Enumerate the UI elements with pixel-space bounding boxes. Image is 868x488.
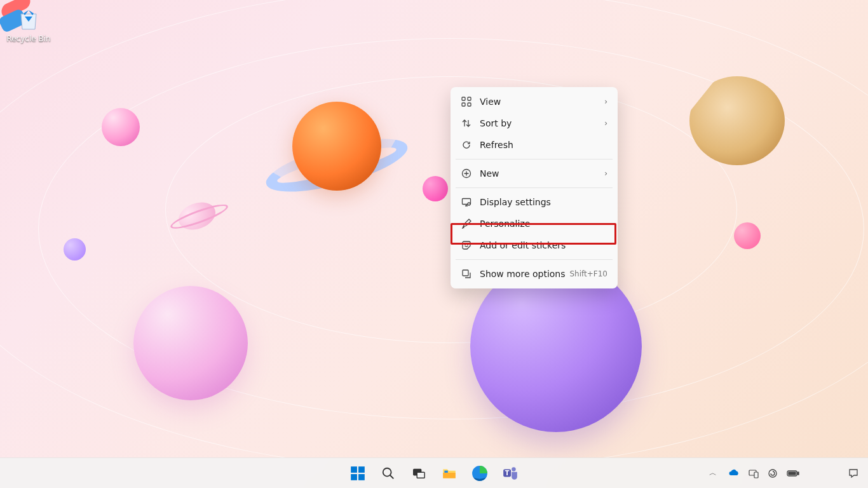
devices-icon: [749, 468, 759, 478]
svg-rect-17: [443, 472, 456, 478]
recycle-bin-icon: [15, 5, 43, 33]
search-button[interactable]: [375, 461, 402, 486]
svg-rect-10: [351, 466, 357, 473]
desktop-icon-recycle-bin[interactable]: Recycle Bin: [6, 5, 51, 43]
menu-item-label: Display settings: [480, 197, 607, 207]
edge-icon: [471, 465, 488, 482]
menu-item-add-edit-stickers[interactable]: Add or edit stickers: [454, 234, 614, 256]
refresh-icon: [461, 139, 472, 151]
onedrive-icon: [728, 468, 740, 479]
battery-icon: [787, 469, 799, 478]
menu-item-label: Sort by: [480, 118, 604, 128]
svg-rect-18: [444, 470, 447, 472]
tray-datetime[interactable]: [806, 461, 841, 486]
svg-rect-13: [358, 474, 365, 480]
svg-rect-11: [358, 466, 365, 473]
chevron-right-icon: ›: [604, 169, 607, 178]
notification-center-button[interactable]: [843, 461, 864, 486]
search-icon: [381, 466, 395, 480]
svg-rect-16: [417, 472, 424, 478]
teams-icon: T: [502, 465, 519, 482]
svg-point-25: [769, 470, 776, 477]
personalize-icon: [461, 218, 472, 229]
show-more-icon: [461, 268, 472, 280]
system-tray[interactable]: [723, 461, 804, 486]
chevron-right-icon: ›: [604, 119, 607, 128]
menu-item-display-settings[interactable]: Display settings: [454, 191, 614, 213]
menu-item-label: Show more options: [480, 269, 569, 279]
menu-item-label: New: [480, 168, 604, 179]
svg-rect-1: [468, 97, 471, 100]
menu-item-label: Personalize: [480, 219, 607, 229]
start-button[interactable]: [344, 461, 371, 486]
stickers-icon: [461, 240, 472, 251]
file-explorer-icon: [441, 465, 458, 482]
desktop-icon-label: Recycle Bin: [6, 34, 51, 43]
svg-point-7: [465, 244, 465, 245]
windows-logo-icon: [349, 465, 366, 482]
tray-overflow-button[interactable]: ︿: [704, 461, 722, 486]
menu-item-new[interactable]: New ›: [454, 163, 614, 184]
notification-icon: [848, 468, 859, 479]
svg-rect-24: [754, 472, 758, 478]
task-view-button[interactable]: [405, 461, 432, 486]
svg-rect-2: [462, 103, 465, 106]
taskbar: T ︿: [0, 458, 868, 488]
new-icon: [461, 168, 472, 179]
desktop-context-menu: View › Sort by › Refresh New ›: [451, 87, 618, 288]
display-settings-icon: [461, 196, 472, 208]
svg-point-6: [468, 203, 470, 205]
menu-separator: [456, 259, 613, 260]
menu-item-show-more-options[interactable]: Show more options Shift+F10: [454, 263, 614, 285]
svg-point-22: [512, 467, 516, 471]
file-explorer-button[interactable]: [436, 461, 463, 486]
svg-point-14: [383, 468, 391, 476]
menu-separator: [456, 159, 613, 159]
svg-rect-3: [468, 103, 471, 106]
svg-rect-28: [789, 472, 796, 475]
edge-button[interactable]: [466, 461, 493, 486]
menu-item-label: Refresh: [480, 140, 607, 150]
menu-item-sort-by[interactable]: Sort by ›: [454, 112, 614, 134]
svg-point-8: [467, 244, 468, 245]
menu-item-personalize[interactable]: Personalize: [454, 213, 614, 234]
wallpaper-planet: [102, 108, 140, 146]
chevron-up-icon: ︿: [709, 468, 717, 478]
svg-rect-9: [463, 270, 468, 276]
chevron-right-icon: ›: [604, 97, 607, 106]
svg-text:T: T: [505, 470, 510, 477]
menu-item-shortcut: Shift+F10: [569, 269, 607, 278]
wallpaper-planet: [64, 238, 86, 261]
desktop[interactable]: Recycle Bin View › Sort by › Refresh: [0, 0, 868, 488]
sort-icon: [461, 118, 472, 129]
svg-rect-12: [351, 474, 357, 480]
svg-rect-0: [462, 97, 465, 100]
wallpaper-planet: [292, 102, 381, 191]
menu-item-label: View: [480, 97, 604, 107]
menu-separator: [456, 187, 613, 188]
wallpaper-planet: [133, 286, 248, 400]
view-grid-icon: [461, 96, 472, 107]
teams-button[interactable]: T: [497, 461, 524, 486]
task-view-icon: [412, 466, 426, 480]
svg-rect-27: [797, 472, 799, 475]
menu-item-view[interactable]: View ›: [454, 91, 614, 112]
menu-item-label: Add or edit stickers: [480, 240, 607, 250]
wallpaper-planet: [423, 176, 448, 201]
wallpaper-planet: [734, 222, 761, 249]
menu-item-refresh[interactable]: Refresh: [454, 134, 614, 156]
updates-icon: [768, 468, 778, 478]
